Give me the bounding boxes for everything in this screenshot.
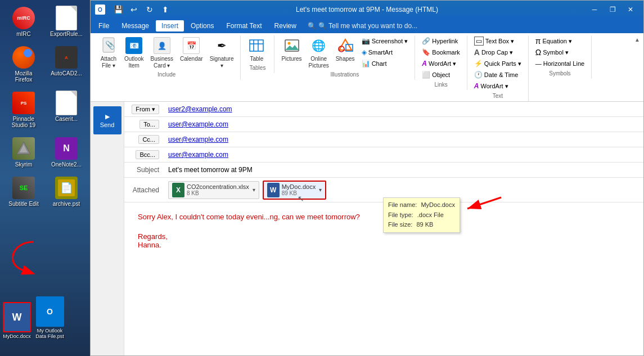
desktop-icon-onenote[interactable]: N OneNote2... <box>47 135 85 170</box>
smartart-button[interactable]: ◈ SmartArt <box>359 47 411 58</box>
outlook-item-button[interactable]: 📧 OutlookItem <box>122 35 146 70</box>
close-button[interactable]: ✕ <box>622 4 639 15</box>
datetime-button[interactable]: 🕐 Date & Time <box>472 69 524 80</box>
pictures-button[interactable]: Pictures <box>279 35 304 64</box>
menu-options[interactable]: Options <box>185 20 219 31</box>
co2-attachment[interactable]: X CO2concentration.xlsx 8 KB ▾ <box>168 181 259 199</box>
shapes-button[interactable]: Shapes <box>334 35 357 64</box>
cc-label: Cc... <box>124 135 164 144</box>
smartart-label: SmartArt <box>368 49 393 56</box>
menu-file[interactable]: File <box>93 20 115 31</box>
desktop: mIRC mIRC ExportRule... Mozilla Firefox … <box>0 0 90 356</box>
bcc-input[interactable]: user@example.com <box>164 147 643 162</box>
wordart-icon: A <box>422 60 427 67</box>
archive-icon: 📄 <box>55 177 78 199</box>
to-button[interactable]: To... <box>139 120 159 129</box>
skyrim-label: Skyrim <box>15 161 33 168</box>
chart-button[interactable]: 📊 Chart <box>359 58 411 69</box>
save-quick-btn[interactable]: 💾 <box>112 3 124 16</box>
quickparts-button[interactable]: ⚡ Quick Parts ▾ <box>472 58 524 69</box>
calendar-button[interactable]: 📅 Calendar <box>178 35 205 64</box>
tell-me-box[interactable]: 🔍 🔍 Tell me what you want to do... <box>308 22 417 30</box>
desktop-icon-skyrim[interactable]: Skyrim <box>4 135 43 170</box>
outlookdata-drag-icon[interactable]: O My Outlook Data File.pst <box>34 296 65 339</box>
horizontal-line-label: Horizontal Line <box>543 60 584 67</box>
mydoc-attachment[interactable]: W MyDoc.docx 89 KB ▾ ↖ <box>263 181 327 200</box>
mirc-icon: mIRC <box>12 7 35 29</box>
horizontal-line-button[interactable]: — Horizontal Line <box>533 58 587 69</box>
cc-input[interactable]: user@example.com <box>164 132 643 147</box>
ribbon-group-text: ▭ Text Box ▾ A Drop Cap ▾ ⚡ Quick Parts … <box>467 35 529 101</box>
outlook-item-icon: 📧 <box>125 37 143 55</box>
exportrules-label: ExportRule... <box>50 31 83 37</box>
to-input[interactable]: user@example.com <box>164 117 643 132</box>
send-quick-btn[interactable]: ⬆ <box>159 3 172 16</box>
attach-file-button[interactable]: 📎 AttachFile ▾ <box>97 35 120 70</box>
text-col: ▭ Text Box ▾ A Drop Cap ▾ ⚡ Quick Parts … <box>472 35 524 92</box>
minimize-button[interactable]: ─ <box>586 4 603 15</box>
ribbon-group-links: 🔗 Hyperlink 🔖 Bookmark A WordArt ▾ ⬜ <box>415 35 467 90</box>
symbol-button[interactable]: Ω Symbol ▾ <box>533 47 587 58</box>
desktop-icon-caserit[interactable]: Caserit... <box>47 89 85 130</box>
bookmark-button[interactable]: 🔖 Bookmark <box>420 47 462 58</box>
mydoc-dropdown-icon[interactable]: ▾ <box>319 187 322 193</box>
wordart2-button[interactable]: A WordArt ▾ <box>472 80 524 92</box>
horizontal-line-icon: — <box>535 60 542 67</box>
send-button[interactable]: ▶ Send <box>93 106 121 134</box>
menu-format-text[interactable]: Format Text <box>220 20 267 31</box>
symbols-col: π Equation ▾ Ω Symbol ▾ — Horizontal Lin… <box>533 35 587 69</box>
desktop-icon-archive[interactable]: 📄 archive.pst <box>47 174 85 209</box>
subject-input[interactable] <box>164 163 643 177</box>
desktop-icon-pinnacle[interactable]: PS Pinnacle Studio 19 <box>4 89 43 130</box>
screenshot-button[interactable]: 📷 Screenshot ▾ <box>359 35 411 47</box>
from-button[interactable]: From ▾ <box>132 105 159 114</box>
from-input[interactable]: user2@example.com <box>164 102 643 116</box>
menu-insert[interactable]: Insert <box>156 20 184 31</box>
business-card-button[interactable]: 👤 BusinessCard ▾ <box>148 35 175 70</box>
object-button[interactable]: ⬜ Object <box>420 69 462 80</box>
tooltip-filename-label: File name: <box>388 201 417 208</box>
online-pictures-button[interactable]: 🌐 OnlinePictures <box>307 35 331 70</box>
desktop-icon-subtitle[interactable]: SE Subtitle Edit <box>4 174 43 209</box>
chart-label: Chart <box>372 60 387 67</box>
mydoc-drag-icon[interactable]: W MyDoc.docx <box>3 302 31 339</box>
equation-button[interactable]: π Equation ▾ <box>533 35 587 47</box>
autocad-label: AutoCAD2... <box>51 70 82 76</box>
bcc-label: Bcc... <box>124 150 164 159</box>
tables-group-label: Tables <box>245 65 269 71</box>
include-group-label: Include <box>97 71 236 78</box>
symbols-content: π Equation ▾ Ω Symbol ▾ — Horizontal Lin… <box>533 35 587 69</box>
restore-button[interactable]: ❐ <box>604 4 621 15</box>
wordart-button[interactable]: A WordArt ▾ <box>420 58 462 69</box>
pictures-icon <box>283 37 301 55</box>
co2-dropdown-icon[interactable]: ▾ <box>253 187 255 193</box>
body-text-part2: ...ng, can we meet tomorrow? <box>264 213 360 221</box>
tooltip-filetype-value: .docx File <box>417 211 444 218</box>
attach-icon: 📎 <box>100 37 118 55</box>
tell-me-label: 🔍 Tell me what you want to do... <box>318 22 417 30</box>
mydoc-drag-label: MyDoc.docx <box>3 334 31 339</box>
desktop-icon-exportrules[interactable]: ExportRule... <box>47 4 85 39</box>
caserit-label: Caserit... <box>55 116 78 122</box>
hyperlink-button[interactable]: 🔗 Hyperlink <box>420 35 462 47</box>
undo-quick-btn[interactable]: ↩ <box>128 3 140 16</box>
redo-quick-btn[interactable]: ↻ <box>143 3 156 16</box>
desktop-icon-mirc[interactable]: mIRC mIRC <box>4 4 43 39</box>
ribbon-group-illustrations: Pictures 🌐 OnlinePictures Sh <box>274 35 415 80</box>
to-label: To... <box>124 120 164 129</box>
signature-button[interactable]: ✒ Signature▾ <box>208 35 236 70</box>
ribbon-collapse-button[interactable]: ▲ <box>633 35 641 44</box>
desktop-icon-autocad[interactable]: A AutoCAD2... <box>47 44 85 85</box>
menu-review[interactable]: Review <box>269 20 302 31</box>
cc-button[interactable]: Cc... <box>138 135 159 144</box>
outlook-app-icon: O <box>95 4 105 15</box>
firefox-icon <box>12 46 35 69</box>
dropcap-button[interactable]: A Drop Cap ▾ <box>472 47 524 58</box>
smartart-icon: ◈ <box>362 48 367 56</box>
bcc-button[interactable]: Bcc... <box>136 150 159 159</box>
menu-message[interactable]: Message <box>116 20 155 31</box>
desktop-icon-firefox[interactable]: Mozilla Firefox <box>4 44 43 85</box>
textbox-button[interactable]: ▭ Text Box ▾ <box>472 35 524 47</box>
dropcap-label: Drop Cap ▾ <box>481 49 513 56</box>
table-button[interactable]: Table <box>245 35 268 64</box>
